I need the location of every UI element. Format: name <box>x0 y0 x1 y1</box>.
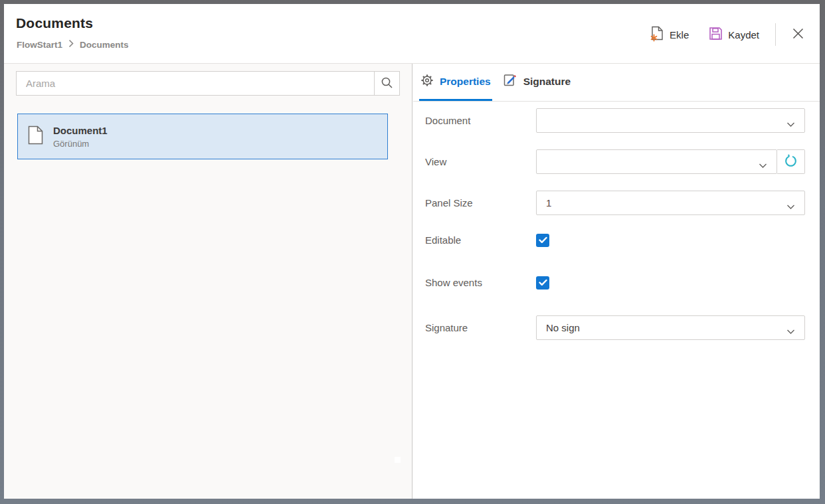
new-document-icon <box>650 26 664 44</box>
chevron-down-icon <box>759 159 767 171</box>
add-button-label: Ekle <box>670 29 689 41</box>
gear-icon <box>420 74 434 90</box>
signature-dropdown[interactable]: No sign <box>536 315 805 340</box>
chevron-down-icon <box>786 325 795 337</box>
save-button[interactable]: Kaydet <box>709 27 759 42</box>
dialog-header: Documents FlowStart1 Documents <box>4 4 820 64</box>
panel-size-dropdown[interactable]: 1 <box>536 191 805 215</box>
search-button[interactable] <box>374 72 399 95</box>
checkmark-icon <box>539 277 547 289</box>
list-item-document1[interactable]: Document1 Görünüm <box>17 114 388 159</box>
signature-edit-icon <box>504 73 517 90</box>
tab-properties[interactable]: Properties <box>419 64 492 101</box>
form-row-show-events: Show events <box>425 270 805 295</box>
properties-form: Document View <box>413 102 820 499</box>
close-icon <box>792 28 804 41</box>
show-events-checkbox[interactable] <box>536 276 549 290</box>
refresh-view-button[interactable] <box>777 149 805 174</box>
chevron-down-icon <box>786 201 795 212</box>
header-actions: Ekle Kaydet <box>650 24 806 45</box>
form-row-editable: Editable <box>425 228 805 252</box>
header-divider <box>775 23 776 46</box>
tab-signature[interactable]: Signature <box>502 64 572 101</box>
list-item-text: Document1 Görünüm <box>53 125 108 149</box>
chevron-down-icon <box>786 118 795 129</box>
form-row-panel-size: Panel Size 1 <box>425 191 805 215</box>
view-label: View <box>425 156 536 167</box>
show-events-label: Show events <box>425 277 536 288</box>
form-row-view: View <box>425 149 805 174</box>
form-row-document: Document <box>425 108 805 133</box>
signature-dropdown-value: No sign <box>546 322 580 333</box>
add-button[interactable]: Ekle <box>650 26 689 44</box>
panel-size-label: Panel Size <box>425 197 536 209</box>
document-page-icon <box>28 126 43 147</box>
breadcrumb-chevron-icon <box>68 39 74 50</box>
document-list: Document1 Görünüm <box>4 106 412 499</box>
breadcrumb: FlowStart1 Documents <box>17 39 129 50</box>
close-button[interactable] <box>790 25 806 44</box>
document-label: Document <box>425 115 536 126</box>
panel-resize-handle[interactable] <box>395 457 401 463</box>
list-item-subtitle: Görünüm <box>53 139 108 149</box>
editable-checkbox[interactable] <box>536 234 549 247</box>
list-item-title: Document1 <box>53 125 108 136</box>
tab-bar: Properties Signature <box>413 64 820 102</box>
save-button-label: Kaydet <box>728 29 759 41</box>
breadcrumb-current: Documents <box>80 40 129 50</box>
save-icon <box>709 27 723 42</box>
refresh-icon <box>783 153 798 171</box>
search-icon <box>381 76 393 91</box>
signature-label: Signature <box>425 322 536 333</box>
tab-properties-label: Properties <box>440 76 491 88</box>
document-dropdown[interactable] <box>536 108 805 133</box>
page-title: Documents <box>16 15 93 31</box>
view-dropdown[interactable] <box>536 149 777 174</box>
tab-signature-label: Signature <box>523 76 571 88</box>
breadcrumb-parent[interactable]: FlowStart1 <box>17 40 62 50</box>
search-input[interactable] <box>17 72 374 95</box>
search-box <box>16 71 400 96</box>
editable-label: Editable <box>425 234 536 246</box>
documents-dialog: Documents FlowStart1 Documents <box>4 4 820 499</box>
checkmark-icon <box>539 234 547 246</box>
document-list-panel: Document1 Görünüm <box>4 64 412 499</box>
panel-size-value: 1 <box>546 197 551 209</box>
properties-panel: Properties Signature Document <box>413 64 820 499</box>
form-row-signature: Signature No sign <box>425 315 805 340</box>
